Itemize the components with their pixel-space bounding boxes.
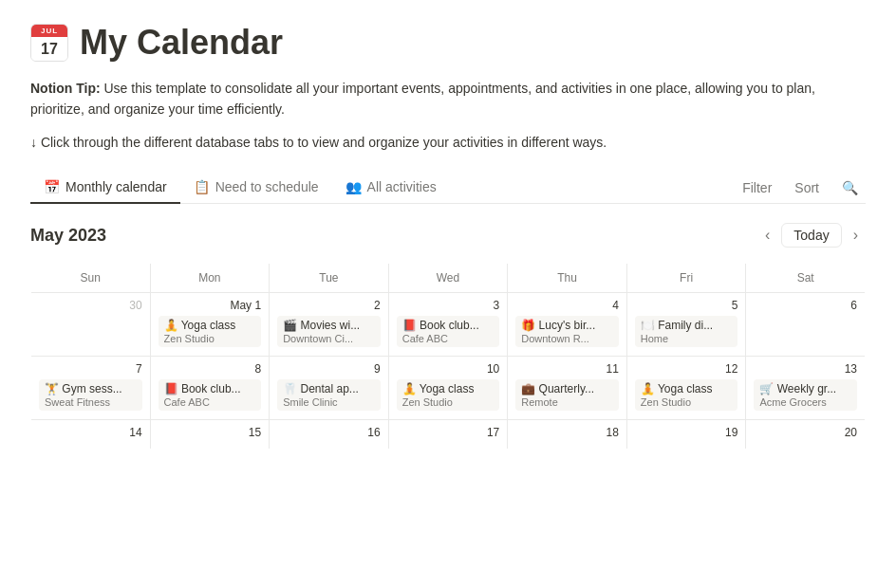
- event-card[interactable]: 🦷 Dental ap...Smile Clinic: [277, 379, 381, 411]
- event-name: 🏋️ Gym sess...: [45, 382, 137, 395]
- event-name: 🎁 Lucy's bir...: [521, 319, 613, 332]
- page-icon: JUL 17: [30, 24, 68, 62]
- event-name: 📕 Book club...: [402, 319, 495, 332]
- event-card[interactable]: 📕 Book club...Cafe ABC: [397, 316, 500, 347]
- all-activities-icon: 👥: [345, 179, 362, 194]
- event-name: 🧘 Yoga class: [641, 382, 733, 395]
- calendar-cell[interactable]: 6: [746, 293, 866, 357]
- event-card[interactable]: 🍽️ Family di...Home: [635, 316, 738, 347]
- calendar-cell[interactable]: 5🍽️ Family di...Home: [626, 293, 746, 357]
- event-location: Downtown R...: [521, 333, 613, 344]
- calendar-cell[interactable]: May 1🧘 Yoga classZen Studio: [150, 293, 270, 357]
- calendar-row: 14151617181920: [31, 420, 866, 450]
- cell-date: 9: [277, 362, 381, 376]
- page-header: JUL 17 My Calendar: [30, 23, 866, 63]
- calendar-nav-right: ‹ Today ›: [757, 223, 866, 248]
- day-header-tue: Tue: [270, 264, 389, 293]
- arrow-tip: ↓ Click through the different database t…: [30, 132, 866, 153]
- event-name: 🎬 Movies wi...: [283, 319, 375, 332]
- calendar-cell[interactable]: 4🎁 Lucy's bir...Downtown R...: [508, 293, 627, 357]
- tip-text: Use this template to consolidate all you…: [30, 81, 815, 117]
- page-title: My Calendar: [80, 23, 283, 63]
- calendar-cell[interactable]: 3📕 Book club...Cafe ABC: [388, 293, 508, 357]
- calendar-cell[interactable]: 18: [508, 420, 627, 450]
- tab-all-activities[interactable]: 👥 All activities: [332, 172, 450, 204]
- event-name: 🧘 Yoga class: [164, 319, 256, 332]
- search-button[interactable]: 🔍: [834, 176, 866, 199]
- event-card[interactable]: 🏋️ Gym sess...Sweat Fitness: [39, 379, 142, 411]
- tab-need-to-schedule[interactable]: 📋 Need to schedule: [180, 172, 332, 204]
- calendar-nav: May 2023 ‹ Today ›: [30, 223, 866, 248]
- calendar-cell[interactable]: 20: [746, 420, 866, 450]
- icon-month: JUL: [31, 25, 67, 37]
- event-card[interactable]: 🧘 Yoga classZen Studio: [397, 379, 500, 411]
- event-location: Downtown Ci...: [283, 333, 375, 344]
- tabs-bar: 📅 Monthly calendar 📋 Need to schedule 👥 …: [30, 172, 866, 204]
- calendar-cell[interactable]: 15: [150, 420, 270, 450]
- event-card[interactable]: 🎬 Movies wi...Downtown Ci...: [277, 316, 381, 347]
- cell-date: 30: [39, 299, 142, 312]
- tab-monthly-calendar-label: Monthly calendar: [65, 179, 167, 194]
- tab-monthly-calendar[interactable]: 📅 Monthly calendar: [30, 172, 180, 204]
- event-location: Zen Studio: [641, 396, 733, 408]
- next-month-button[interactable]: ›: [846, 223, 866, 248]
- calendar-month-title: May 2023: [30, 226, 106, 246]
- notion-tip: Notion Tip: Use this template to consoli…: [30, 78, 866, 120]
- event-card[interactable]: 🛒 Weekly gr...Acme Grocers: [754, 379, 857, 411]
- cell-date: 12: [635, 362, 738, 376]
- calendar-cell[interactable]: 14: [31, 420, 151, 450]
- cell-date: 2: [277, 299, 381, 312]
- sort-button[interactable]: Sort: [787, 176, 827, 199]
- calendar-cell[interactable]: 2🎬 Movies wi...Downtown Ci...: [270, 293, 389, 357]
- cell-date: 7: [39, 362, 142, 376]
- day-header-fri: Fri: [626, 264, 746, 293]
- event-location: Zen Studio: [402, 396, 495, 408]
- event-name: 🦷 Dental ap...: [283, 382, 375, 395]
- cell-date: 8: [159, 362, 262, 376]
- event-location: Cafe ABC: [402, 333, 495, 344]
- tip-label: Notion Tip:: [30, 81, 101, 96]
- calendar-cell[interactable]: 30: [31, 293, 151, 357]
- calendar-cell[interactable]: 17: [388, 420, 508, 450]
- event-location: Sweat Fitness: [45, 396, 137, 408]
- event-location: Zen Studio: [164, 333, 256, 344]
- calendar-cell[interactable]: 12🧘 Yoga classZen Studio: [626, 357, 746, 420]
- calendar-cell[interactable]: 16: [270, 420, 389, 450]
- calendar-cell[interactable]: 13🛒 Weekly gr...Acme Grocers: [746, 357, 866, 420]
- cell-date: 10: [397, 362, 500, 376]
- cell-date: 20: [754, 426, 857, 439]
- event-card[interactable]: 💼 Quarterly...Remote: [515, 379, 619, 411]
- cell-date: 15: [159, 426, 262, 439]
- tabs-left: 📅 Monthly calendar 📋 Need to schedule 👥 …: [30, 172, 735, 203]
- calendar-section: May 2023 ‹ Today › Sun Mon Tue Wed Thu F…: [30, 204, 866, 450]
- cell-date: 6: [754, 299, 857, 312]
- day-header-sun: Sun: [31, 264, 151, 293]
- filter-button[interactable]: Filter: [735, 176, 779, 199]
- need-to-schedule-icon: 📋: [194, 179, 210, 194]
- calendar-cell[interactable]: 7🏋️ Gym sess...Sweat Fitness: [31, 357, 151, 420]
- event-name: 🧘 Yoga class: [402, 382, 495, 395]
- tab-all-activities-label: All activities: [367, 179, 437, 194]
- calendar-cell[interactable]: 8📕 Book club...Cafe ABC: [150, 357, 270, 420]
- calendar-cell[interactable]: 9🦷 Dental ap...Smile Clinic: [270, 357, 389, 420]
- event-name: 💼 Quarterly...: [521, 382, 613, 395]
- event-card[interactable]: 🧘 Yoga classZen Studio: [635, 379, 738, 411]
- calendar-cell[interactable]: 10🧘 Yoga classZen Studio: [388, 357, 508, 420]
- cell-date: 16: [277, 426, 381, 439]
- today-button[interactable]: Today: [781, 223, 841, 248]
- tab-need-to-schedule-label: Need to schedule: [215, 179, 319, 194]
- calendar-cell[interactable]: 19: [626, 420, 746, 450]
- calendar-row: 7🏋️ Gym sess...Sweat Fitness8📕 Book club…: [31, 357, 866, 420]
- day-header-thu: Thu: [508, 264, 627, 293]
- event-card[interactable]: 🧘 Yoga classZen Studio: [159, 316, 262, 347]
- event-location: Remote: [521, 396, 613, 408]
- event-location: Acme Grocers: [759, 396, 851, 408]
- calendar-cell[interactable]: 11💼 Quarterly...Remote: [508, 357, 627, 420]
- cell-date: May 1: [159, 299, 262, 312]
- event-card[interactable]: 📕 Book club...Cafe ABC: [159, 379, 262, 411]
- day-header-row: Sun Mon Tue Wed Thu Fri Sat: [31, 264, 866, 293]
- prev-month-button[interactable]: ‹: [757, 223, 777, 248]
- event-card[interactable]: 🎁 Lucy's bir...Downtown R...: [515, 316, 619, 347]
- day-header-sat: Sat: [746, 264, 866, 293]
- event-location: Smile Clinic: [283, 396, 375, 408]
